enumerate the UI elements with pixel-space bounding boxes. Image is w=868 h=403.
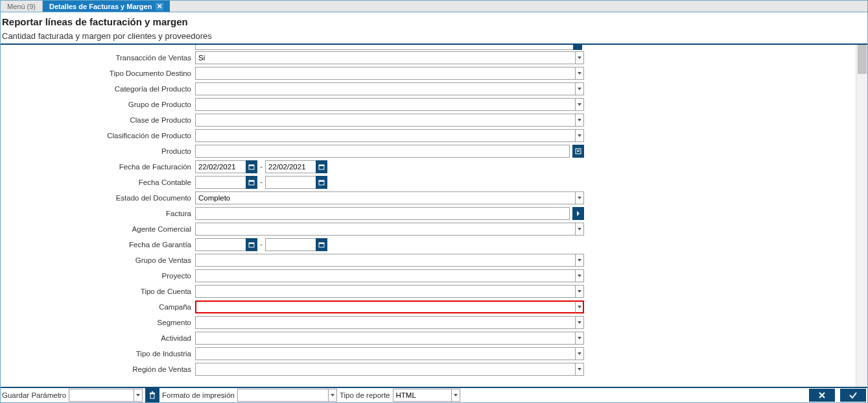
campana-input[interactable] [195, 300, 575, 313]
tipo-documento-destino-input[interactable] [195, 67, 575, 80]
calendar-icon[interactable] [316, 160, 327, 173]
estado-documento-input[interactable] [195, 191, 575, 204]
chevron-down-icon[interactable] [575, 285, 584, 298]
fecha-garantia-to-input[interactable] [265, 238, 316, 251]
agente-comercial-input[interactable] [195, 223, 575, 236]
label-factura: Factura [1, 210, 195, 217]
svg-rect-8 [249, 180, 254, 182]
page-header: Reportar líneas de facturación y margen … [1, 12, 867, 43]
svg-rect-1 [577, 150, 580, 151]
label-proyecto: Proyecto [1, 272, 195, 280]
producto-input[interactable] [195, 145, 570, 158]
tab-active-label: Detalles de Facturas y Margen [49, 3, 152, 10]
svg-rect-12 [249, 243, 254, 244]
date-range-separator: - [259, 240, 264, 249]
fecha-facturacion-to-input[interactable] [265, 160, 316, 173]
chevron-down-icon[interactable] [575, 191, 584, 204]
formato-impresion-input[interactable] [237, 389, 328, 402]
label-formato-impresion: Formato de impresión [162, 391, 235, 399]
label-guardar-parametro: Guardar Parámetro [2, 391, 66, 399]
svg-rect-16 [150, 393, 155, 394]
chevron-down-icon[interactable] [575, 51, 584, 64]
page-subtitle: Cantidad facturada y margen por clientes… [2, 31, 866, 41]
label-transaccion-ventas: Transacción de Ventas [1, 54, 195, 62]
svg-rect-2 [577, 151, 580, 152]
proyecto-input[interactable] [195, 269, 575, 282]
grupo-producto-input[interactable] [195, 98, 575, 111]
chevron-down-icon[interactable] [575, 67, 584, 80]
label-tipo-documento-destino: Tipo Documento Destino [1, 69, 195, 77]
chevron-down-icon[interactable] [575, 114, 584, 127]
svg-rect-17 [152, 391, 153, 393]
calendar-icon[interactable] [246, 160, 257, 173]
calendar-icon[interactable] [246, 238, 257, 251]
svg-rect-10 [319, 180, 324, 182]
chevron-down-icon[interactable] [575, 347, 584, 360]
label-clase-producto: Clase de Producto [1, 116, 195, 124]
tipo-industria-input[interactable] [195, 347, 575, 360]
cancel-button[interactable] [809, 389, 835, 402]
clase-producto-input[interactable] [195, 114, 575, 127]
producto-lookup-button[interactable] [572, 145, 584, 158]
tab-active[interactable]: Detalles de Facturas y Margen ✕ [43, 1, 170, 12]
chevron-down-icon[interactable] [575, 363, 584, 376]
label-producto: Producto [1, 147, 195, 155]
chevron-down-icon[interactable] [575, 223, 584, 236]
label-segmento: Segmento [1, 319, 195, 326]
fecha-contable-from-input[interactable] [195, 176, 246, 189]
fecha-facturacion-from-input[interactable] [195, 160, 246, 173]
chevron-down-icon[interactable] [134, 389, 143, 402]
label-actividad: Actividad [1, 334, 195, 342]
grupo-ventas-input[interactable] [195, 254, 575, 267]
date-range-separator: - [259, 162, 264, 171]
vertical-scrollbar[interactable] [856, 45, 867, 387]
actividad-input[interactable] [195, 332, 575, 345]
calendar-icon[interactable] [316, 238, 327, 251]
chevron-down-icon[interactable] [575, 316, 584, 329]
tab-menu[interactable]: Menú (9) [1, 1, 43, 12]
delete-button[interactable] [145, 388, 159, 402]
label-region-ventas: Región de Ventas [1, 365, 195, 373]
clasificacion-producto-input[interactable] [195, 129, 575, 142]
tipo-reporte-input[interactable] [393, 389, 451, 402]
label-tipo-reporte: Tipo de reporte [340, 391, 390, 399]
chevron-down-icon[interactable] [575, 269, 584, 282]
scrollbar-thumb[interactable] [858, 45, 867, 74]
chevron-down-icon[interactable] [575, 129, 584, 142]
fecha-contable-to-input[interactable] [265, 176, 316, 189]
label-estado-documento: Estado del Documento [1, 194, 195, 202]
chevron-down-icon[interactable] [575, 254, 584, 267]
ok-button[interactable] [840, 389, 866, 402]
factura-input[interactable] [195, 207, 570, 220]
label-agente-comercial: Agente Comercial [1, 225, 195, 233]
tipo-cuenta-input[interactable] [195, 285, 575, 298]
chevron-down-icon[interactable] [575, 300, 584, 313]
guardar-parametro-input[interactable] [69, 389, 134, 402]
label-campana: Campaña [1, 303, 195, 311]
region-ventas-input[interactable] [195, 363, 575, 376]
label-clasificacion-producto: Clasificación de Producto [1, 132, 195, 140]
label-categoria-producto: Categoría del Producto [1, 85, 195, 93]
factura-lookup-button[interactable] [572, 207, 584, 220]
chevron-down-icon[interactable] [575, 82, 584, 95]
close-icon[interactable]: ✕ [156, 3, 163, 10]
calendar-icon[interactable] [246, 176, 257, 189]
chevron-down-icon[interactable] [451, 389, 460, 402]
fecha-garantia-from-input[interactable] [195, 238, 246, 251]
transaccion-ventas-input[interactable] [195, 51, 575, 64]
page-title: Reportar líneas de facturación y margen [2, 16, 866, 27]
label-fecha-garantia: Fecha de Garantía [1, 241, 195, 249]
date-range-separator: - [259, 178, 264, 187]
footer-bar: Guardar Parámetro Formato de impresión T… [1, 387, 867, 402]
form-scroll-area: Transacción de Ventas Tipo Documento Des… [1, 45, 853, 387]
segmento-input[interactable] [195, 316, 575, 329]
chevron-down-icon[interactable] [328, 389, 337, 402]
label-fecha-facturacion: Fecha de Facturación [1, 163, 195, 171]
chevron-down-icon[interactable] [575, 98, 584, 111]
calendar-icon[interactable] [316, 176, 327, 189]
label-fecha-contable: Fecha Contable [1, 178, 195, 186]
categoria-producto-input[interactable] [195, 82, 575, 95]
label-grupo-producto: Grupo de Producto [1, 101, 195, 108]
svg-rect-15 [150, 394, 154, 398]
chevron-down-icon[interactable] [575, 332, 584, 345]
